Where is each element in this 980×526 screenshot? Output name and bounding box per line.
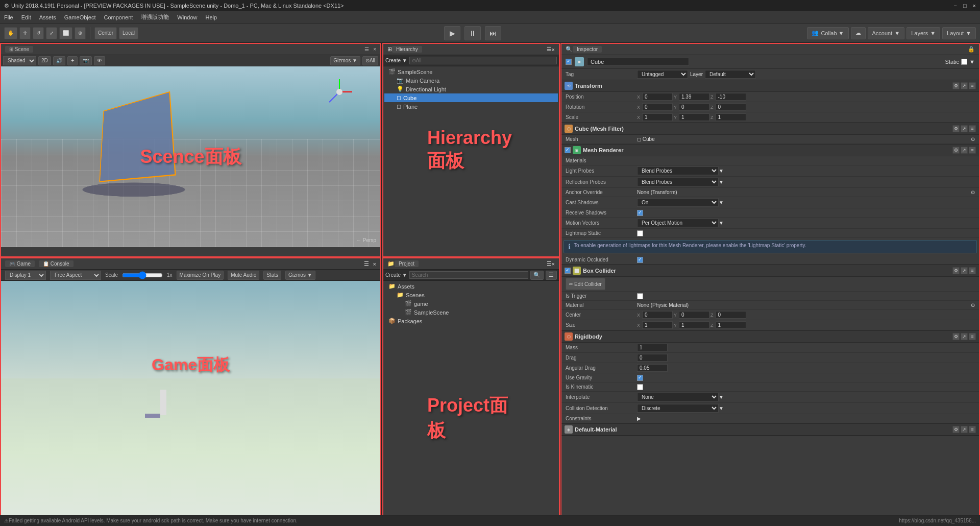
is-trigger-checkbox[interactable] (637, 293, 643, 299)
scene-content[interactable]: Scence面板 ← Persp (1, 66, 380, 247)
mesh-renderer-menu-btn[interactable]: ≡ (969, 147, 976, 154)
project-item-assets[interactable]: 📁 Assets (384, 282, 558, 291)
mesh-filter-header[interactable]: ⬡ Cube (Mesh Filter) ⚙ ↗ ≡ (561, 123, 979, 135)
center-z-field[interactable] (716, 311, 746, 319)
center-button[interactable]: Center (94, 27, 117, 39)
mesh-filter-expand-btn[interactable]: ↗ (961, 125, 968, 132)
light-probes-btn[interactable]: ▼ (719, 168, 724, 174)
menu-item-增强版功能[interactable]: 增强版功能 (141, 13, 169, 21)
material-expand-btn[interactable]: ↗ (961, 426, 968, 433)
collider-material-btn[interactable]: ⊙ (971, 302, 975, 308)
pos-x-field[interactable] (642, 93, 673, 101)
reflection-probes-btn[interactable]: ▼ (719, 179, 724, 185)
inspector-tab-label[interactable]: Inspector (573, 46, 602, 53)
project-item-samplescene[interactable]: 🎬 SampleScene (384, 308, 558, 317)
box-collider-enabled-checkbox[interactable] (565, 268, 571, 274)
rot-x-field[interactable] (642, 103, 673, 111)
pos-y-field[interactable] (679, 93, 709, 101)
rot-y-field[interactable] (679, 103, 709, 111)
hierarchy-create-button[interactable]: Create ▼ (385, 58, 407, 63)
rect-tool-button[interactable]: ⬜ (59, 27, 72, 39)
stats-button[interactable]: Stats (263, 271, 281, 280)
edit-collider-button[interactable]: ✏ Edit Collider (566, 278, 605, 290)
project-filter-btn[interactable]: ☰ (546, 271, 557, 280)
mesh-pick-btn[interactable]: ⊙ (971, 136, 975, 142)
account-button[interactable]: Account ▼ (868, 27, 905, 39)
inspector-lock-icon[interactable]: 🔒 (968, 46, 975, 53)
project-close-icon[interactable]: × (552, 261, 555, 267)
rigidbody-header[interactable]: ⬡ Rigidbody ⚙ ↗ ≡ (561, 331, 979, 343)
anchor-override-btn[interactable]: ⊙ (971, 189, 975, 195)
hierarchy-close-icon[interactable]: × (552, 46, 555, 53)
mesh-renderer-expand-btn[interactable]: ↗ (961, 147, 968, 154)
static-checkbox[interactable] (961, 59, 967, 65)
rigidbody-settings-btn[interactable]: ⚙ (952, 333, 960, 340)
transform-settings-btn[interactable]: ⚙ (952, 82, 960, 89)
project-item-game[interactable]: 🎬 game (384, 299, 558, 308)
scene-camera-button[interactable]: 📷 (80, 56, 92, 65)
game-close-icon[interactable]: × (373, 261, 376, 267)
move-tool-button[interactable]: ✛ (19, 27, 31, 39)
mute-audio-button[interactable]: Mute Audio (228, 271, 259, 280)
transform-expand-btn[interactable]: ↗ (961, 82, 968, 89)
size-x-field[interactable] (642, 321, 673, 329)
material-settings-btn[interactable]: ⚙ (952, 426, 960, 433)
mesh-filter-settings-btn[interactable]: ⚙ (952, 125, 960, 132)
shading-mode-select[interactable]: Shaded (3, 56, 36, 65)
menu-item-assets[interactable]: Assets (39, 14, 56, 20)
pos-z-field[interactable] (716, 93, 746, 101)
box-collider-settings-btn[interactable]: ⚙ (952, 267, 960, 274)
receive-shadows-checkbox[interactable] (637, 210, 643, 216)
project-search-input[interactable] (409, 271, 528, 279)
fx-button[interactable]: ✦ (67, 56, 78, 65)
hand-tool-button[interactable]: ✋ (4, 27, 17, 39)
project-create-button[interactable]: Create ▼ (385, 272, 407, 278)
box-collider-header[interactable]: ⬜ Box Collider ⚙ ↗ ≡ (561, 265, 979, 277)
hierarchy-menu-icon[interactable]: ☰ (547, 46, 552, 53)
rigidbody-expand-btn[interactable]: ↗ (961, 333, 968, 340)
project-search-btn[interactable]: 🔍 (530, 271, 544, 280)
size-y-field[interactable] (679, 321, 709, 329)
mesh-renderer-settings-btn[interactable]: ⚙ (952, 147, 960, 154)
layers-button[interactable]: Layers ▼ (906, 27, 940, 39)
interpolate-dropdown[interactable]: None (637, 393, 719, 401)
step-button[interactable]: ⏭ (485, 26, 501, 40)
scale-tool-button[interactable]: ⤢ (46, 27, 57, 39)
tag-dropdown[interactable]: Untagged (637, 70, 688, 79)
default-material-header[interactable]: ◈ Default-Material ⚙ ↗ ≡ (561, 424, 979, 436)
hierarchy-search-input[interactable] (409, 57, 557, 64)
use-gravity-checkbox[interactable] (637, 375, 643, 381)
angular-drag-field[interactable] (637, 364, 668, 372)
menu-item-help[interactable]: Help (205, 14, 217, 20)
object-name-field[interactable] (587, 58, 689, 66)
gizmos-button[interactable]: Gizmos ▼ (330, 56, 360, 65)
rot-z-field[interactable] (716, 103, 746, 111)
scene-close-icon[interactable]: × (373, 46, 376, 52)
mesh-renderer-enabled-checkbox[interactable] (565, 147, 571, 153)
scale-slider[interactable] (122, 271, 163, 279)
hierarchy-tab-label[interactable]: Hierarchy (392, 46, 422, 53)
menu-item-component[interactable]: Component (104, 14, 133, 20)
hierarchy-item-directional-light[interactable]: 💡 Directional Light (384, 85, 558, 93)
box-collider-expand-btn[interactable]: ↗ (961, 267, 968, 274)
size-z-field[interactable] (716, 321, 746, 329)
cast-shadows-dropdown[interactable]: On (637, 198, 719, 207)
object-active-checkbox[interactable] (566, 59, 572, 65)
minimize-button[interactable]: − (953, 3, 957, 9)
material-menu-btn[interactable]: ≡ (969, 426, 976, 433)
pause-button[interactable]: ⏸ (464, 26, 481, 40)
rigidbody-menu-btn[interactable]: ≡ (969, 333, 976, 340)
box-collider-menu-btn[interactable]: ≡ (969, 267, 976, 274)
layout-button[interactable]: Layout ▼ (942, 27, 976, 39)
hierarchy-item-cube[interactable]: ◻ Cube (384, 93, 558, 102)
game-tab[interactable]: 🎮 Game (5, 260, 35, 267)
scene-visibility-button[interactable]: 👁 (94, 56, 105, 65)
transform-header[interactable]: ⟲ Transform ⚙ ↗ ≡ (561, 80, 979, 92)
collab-button[interactable]: 👥 Collab ▼ (807, 27, 848, 39)
constraints-expand[interactable]: ▶ (637, 416, 641, 421)
motion-vectors-dropdown[interactable]: Per Object Motion (637, 219, 719, 227)
mass-field[interactable] (637, 344, 668, 351)
game-menu-icon[interactable]: ☰ (364, 260, 369, 267)
interpolate-btn[interactable]: ▼ (719, 394, 724, 400)
project-item-packages[interactable]: 📦 Packages (384, 317, 558, 325)
